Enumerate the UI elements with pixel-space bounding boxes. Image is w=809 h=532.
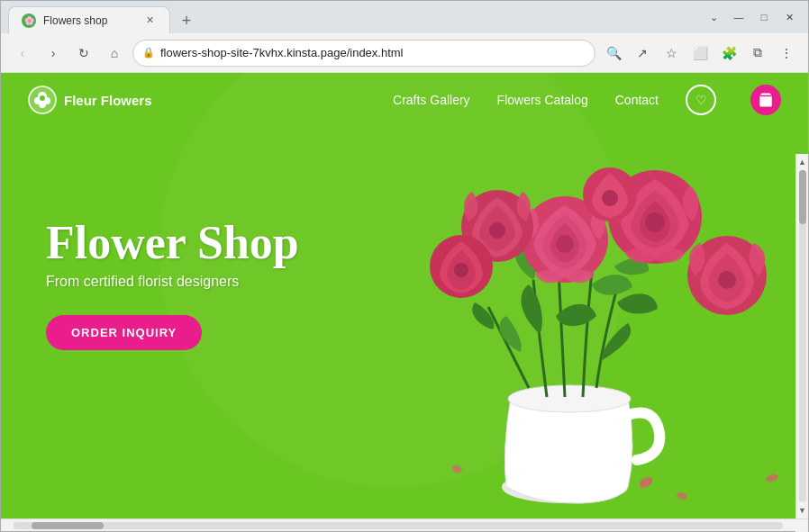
site-logo[interactable]: Fleur Flowers <box>28 86 152 114</box>
horizontal-scrollbar[interactable] <box>1 518 808 531</box>
svg-point-10 <box>556 235 574 253</box>
site-navigation: Fleur Flowers Crafts Gallery Flowers Cat… <box>1 73 808 127</box>
website-content: Fleur Flowers Crafts Gallery Flowers Cat… <box>1 73 808 518</box>
horizontal-scroll-thumb[interactable] <box>32 522 104 529</box>
svg-point-16 <box>718 271 736 289</box>
cast-icon[interactable]: ⬜ <box>687 41 713 66</box>
extension-icon[interactable]: 🧩 <box>716 41 741 66</box>
minimize-button[interactable]: — <box>727 5 750 29</box>
scroll-thumb[interactable] <box>799 170 806 224</box>
svg-point-24 <box>450 464 463 474</box>
scroll-corner <box>795 519 808 532</box>
navigation-bar: ‹ › ↻ ⌂ 🔒 flowers-shop-site-7kvhx.kinsta… <box>1 33 808 73</box>
nav-actions: 🔍 ↗ ☆ ⬜ 🧩 ⧉ ⋮ <box>601 41 799 66</box>
menu-icon[interactable]: ⋮ <box>774 41 799 66</box>
svg-point-14 <box>645 212 665 232</box>
active-tab[interactable]: 🌸 Flowers shop ✕ <box>8 6 170 33</box>
logo-text: Fleur Flowers <box>64 93 152 108</box>
order-inquiry-button[interactable]: ORDER INQUIRY <box>46 315 202 350</box>
share-icon[interactable]: ↗ <box>630 41 655 66</box>
nav-link-contact[interactable]: Contact <box>615 93 659 107</box>
reload-button[interactable]: ↻ <box>71 41 96 66</box>
hero-content: Flower Shop From certified florist desig… <box>46 217 299 350</box>
address-bar[interactable]: 🔒 flowers-shop-site-7kvhx.kinsta.page/in… <box>132 40 595 67</box>
cart-button[interactable] <box>750 85 781 115</box>
window-controls: ⌄ — □ ✕ <box>702 5 801 29</box>
hero-title: Flower Shop <box>46 217 299 268</box>
window-icon[interactable]: ⧉ <box>745 41 770 66</box>
scroll-track[interactable] <box>799 170 806 502</box>
svg-point-5 <box>40 95 45 101</box>
lock-icon: 🔒 <box>142 47 155 59</box>
svg-point-22 <box>676 491 688 501</box>
nav-link-crafts-gallery[interactable]: Crafts Gallery <box>393 93 470 107</box>
forward-button[interactable]: › <box>41 41 66 66</box>
tab-favicon: 🌸 <box>22 14 36 28</box>
tab-close-button[interactable]: ✕ <box>142 14 157 28</box>
back-button[interactable]: ‹ <box>10 41 35 66</box>
url-text: flowers-shop-site-7kvhx.kinsta.page/inde… <box>160 46 586 59</box>
svg-point-18 <box>454 263 468 277</box>
tab-area: 🌸 Flowers shop ✕ + <box>8 1 689 33</box>
svg-point-23 <box>765 473 779 483</box>
hero-subtitle: From certified florist designers <box>46 274 299 290</box>
bookmark-icon[interactable]: ☆ <box>659 41 684 66</box>
vertical-scrollbar[interactable]: ▲ ▼ <box>795 154 808 518</box>
browser-window: 🌸 Flowers shop ✕ + ⌄ — □ ✕ ‹ › ↻ ⌂ 🔒 flo… <box>0 0 809 532</box>
svg-point-4 <box>39 101 46 108</box>
search-icon[interactable]: 🔍 <box>601 41 626 66</box>
cart-icon <box>758 92 774 108</box>
svg-point-8 <box>508 385 631 412</box>
close-window-button[interactable]: ✕ <box>777 5 801 29</box>
home-button[interactable]: ⌂ <box>102 41 127 66</box>
scroll-up-arrow[interactable]: ▲ <box>796 156 809 168</box>
tab-title: Flowers shop <box>43 14 135 27</box>
nav-link-flowers-catalog[interactable]: Flowers Catalog <box>497 93 588 107</box>
horizontal-scroll-track[interactable] <box>14 522 783 529</box>
wishlist-button[interactable]: ♡ <box>686 85 716 115</box>
svg-point-21 <box>638 475 655 491</box>
roses-svg <box>304 109 808 514</box>
flower-image <box>304 109 808 514</box>
logo-icon <box>28 86 57 114</box>
svg-point-12 <box>489 222 505 239</box>
svg-point-20 <box>602 190 618 206</box>
new-tab-button[interactable]: + <box>174 8 199 33</box>
viewport: Fleur Flowers Crafts Gallery Flowers Cat… <box>1 73 808 518</box>
maximize-button[interactable]: □ <box>752 5 776 29</box>
chevron-down-button[interactable]: ⌄ <box>702 5 725 29</box>
title-bar: 🌸 Flowers shop ✕ + ⌄ — □ ✕ <box>1 1 808 33</box>
site-nav-links: Crafts Gallery Flowers Catalog Contact ♡ <box>393 85 781 115</box>
scroll-down-arrow[interactable]: ▼ <box>796 504 809 517</box>
